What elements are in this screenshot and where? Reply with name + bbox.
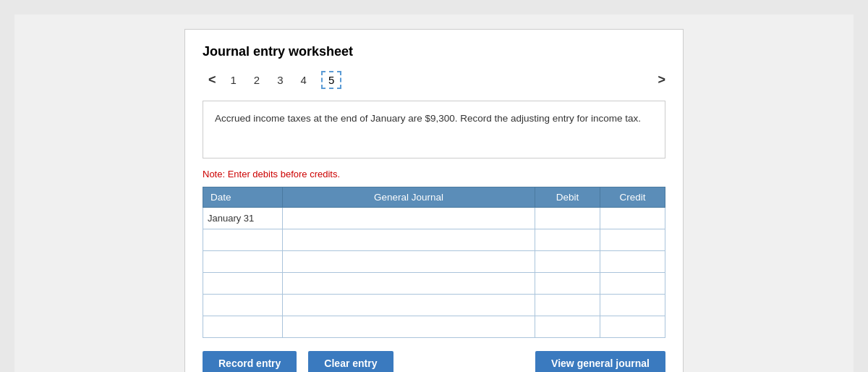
journal-input-6[interactable]: [287, 318, 530, 336]
journal-cell-1[interactable]: [283, 208, 535, 229]
nav-tab-5[interactable]: 5: [321, 71, 341, 89]
debit-cell-3[interactable]: [535, 251, 600, 273]
col-header-general-journal: General Journal: [283, 187, 535, 208]
col-header-debit: Debit: [535, 187, 600, 208]
credit-cell-2[interactable]: [600, 229, 665, 251]
nav-tab-2[interactable]: 2: [251, 72, 263, 88]
credit-cell-1[interactable]: [600, 208, 665, 229]
debit-input-6[interactable]: [540, 318, 595, 336]
table-row: [203, 316, 665, 338]
nav-left-arrow[interactable]: <: [203, 71, 222, 89]
date-cell-5: [203, 295, 283, 316]
debit-cell-1[interactable]: [535, 208, 600, 229]
debit-cell-6[interactable]: [535, 316, 600, 338]
debit-input-3[interactable]: [540, 253, 595, 271]
date-cell-4: [203, 273, 283, 295]
page-title: Journal entry worksheet: [203, 44, 665, 59]
date-cell-1: January 31: [203, 208, 283, 229]
nav-tab-4[interactable]: 4: [298, 72, 310, 88]
credit-input-1[interactable]: [605, 209, 660, 227]
journal-input-2[interactable]: [287, 231, 530, 249]
credit-cell-6[interactable]: [600, 316, 665, 338]
credit-input-3[interactable]: [605, 253, 660, 271]
table-row: January 31: [203, 208, 665, 229]
table-row: [203, 273, 665, 295]
page-wrapper: Journal entry worksheet < 1 2 3 4 5 > Ac…: [14, 14, 854, 372]
prompt-box: Accrued income taxes at the end of Janua…: [203, 101, 665, 158]
credit-input-5[interactable]: [605, 296, 660, 314]
nav-numbers: 1 2 3 4 5: [228, 71, 342, 89]
debit-input-5[interactable]: [540, 296, 595, 314]
credit-input-2[interactable]: [605, 231, 660, 249]
button-row: Record entry Clear entry View general jo…: [203, 351, 665, 372]
view-general-journal-button[interactable]: View general journal: [535, 351, 665, 372]
col-header-date: Date: [203, 187, 283, 208]
journal-cell-2[interactable]: [283, 229, 535, 251]
journal-input-3[interactable]: [287, 253, 530, 271]
journal-table: Date General Journal Debit Credit Januar…: [203, 187, 665, 338]
main-container: Journal entry worksheet < 1 2 3 4 5 > Ac…: [184, 29, 684, 372]
table-row: [203, 229, 665, 251]
date-cell-3: [203, 251, 283, 273]
note-text: Note: Enter debits before credits.: [203, 169, 665, 179]
table-row: [203, 251, 665, 273]
date-cell-6: [203, 316, 283, 338]
journal-cell-6[interactable]: [283, 316, 535, 338]
debit-cell-2[interactable]: [535, 229, 600, 251]
record-entry-button[interactable]: Record entry: [203, 351, 297, 372]
journal-input-4[interactable]: [287, 274, 530, 292]
journal-cell-3[interactable]: [283, 251, 535, 273]
debit-cell-5[interactable]: [535, 295, 600, 316]
credit-cell-5[interactable]: [600, 295, 665, 316]
journal-input-5[interactable]: [287, 296, 530, 314]
date-cell-2: [203, 229, 283, 251]
credit-input-6[interactable]: [605, 318, 660, 336]
credit-cell-3[interactable]: [600, 251, 665, 273]
nav-right-arrow[interactable]: >: [658, 72, 665, 88]
credit-cell-4[interactable]: [600, 273, 665, 295]
clear-entry-button[interactable]: Clear entry: [308, 351, 393, 372]
credit-input-4[interactable]: [605, 274, 660, 292]
nav-tab-3[interactable]: 3: [274, 72, 286, 88]
debit-input-4[interactable]: [540, 274, 595, 292]
debit-input-1[interactable]: [540, 209, 595, 227]
col-header-credit: Credit: [600, 187, 665, 208]
journal-input-1[interactable]: [287, 209, 530, 227]
table-row: [203, 295, 665, 316]
nav-row: < 1 2 3 4 5 >: [203, 71, 665, 89]
journal-cell-5[interactable]: [283, 295, 535, 316]
debit-cell-4[interactable]: [535, 273, 600, 295]
journal-cell-4[interactable]: [283, 273, 535, 295]
debit-input-2[interactable]: [540, 231, 595, 249]
nav-tab-1[interactable]: 1: [228, 72, 239, 88]
